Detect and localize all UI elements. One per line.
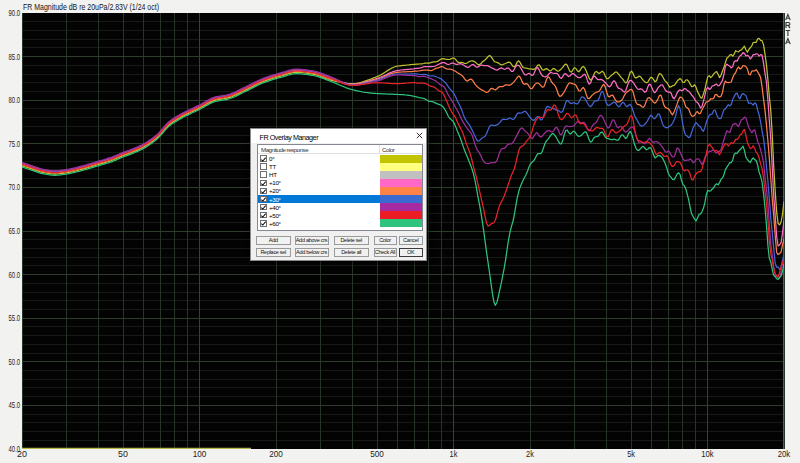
- svg-text:50: 50: [118, 450, 128, 459]
- svg-text:10k: 10k: [701, 450, 714, 459]
- svg-text:20: 20: [17, 450, 27, 459]
- svg-text:5k: 5k: [627, 450, 636, 459]
- svg-text:200: 200: [269, 450, 283, 459]
- svg-text:2k: 2k: [526, 450, 535, 459]
- svg-text:45.0: 45.0: [9, 401, 21, 410]
- svg-text:85.0: 85.0: [9, 53, 21, 62]
- svg-text:20k: 20k: [778, 450, 791, 459]
- svg-text:80.0: 80.0: [9, 96, 21, 105]
- svg-text:FR Magnitude dB re 20uPa/2.83V: FR Magnitude dB re 20uPa/2.83V (1/24 oct…: [23, 2, 159, 12]
- svg-text:75.0: 75.0: [9, 140, 21, 149]
- svg-text:50.0: 50.0: [9, 358, 21, 367]
- svg-text:100: 100: [193, 450, 207, 459]
- svg-text:55.0: 55.0: [9, 314, 21, 323]
- svg-text:90.0: 90.0: [9, 9, 21, 18]
- svg-text:500: 500: [370, 450, 384, 459]
- svg-text:1k: 1k: [450, 450, 459, 459]
- svg-text:70.0: 70.0: [9, 183, 21, 192]
- svg-text:65.0: 65.0: [9, 227, 21, 236]
- svg-text:60.0: 60.0: [9, 271, 21, 280]
